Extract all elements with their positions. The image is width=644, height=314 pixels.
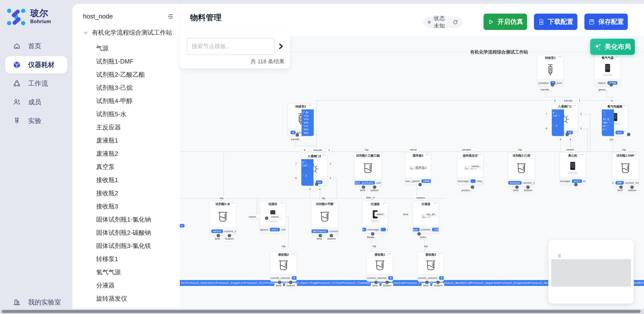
port-top[interactable]: top	[371, 244, 378, 249]
port-handle-icon[interactable]: ›	[425, 281, 428, 284]
node-bottle-1-dmf[interactable]: 试剂瓶1-DMF•••e:DMFcurrent_vol	[612, 153, 639, 186]
port-colum[interactable]: colum...	[247, 214, 260, 219]
node-menu-icon[interactable]: •••	[376, 153, 380, 156]
value-badge[interactable]: -	[381, 228, 386, 231]
port-7[interactable]: 7	[544, 112, 549, 116]
tree-item[interactable]: 固体试剂瓶3-氯化镁	[96, 239, 180, 252]
tree-item[interactable]: 试剂瓶2-乙酸乙酯	[96, 68, 180, 81]
port-handle-icon[interactable]: ›	[630, 185, 634, 189]
port-1[interactable]: 1	[577, 98, 582, 103]
port-8[interactable]: 8	[552, 98, 558, 103]
beautify-layout-button[interactable]: 美化布局	[590, 39, 635, 55]
port-2[interactable]: 2	[328, 161, 333, 166]
value-badge[interactable]: 0	[290, 131, 296, 134]
node-menu-icon[interactable]: •••	[530, 153, 533, 156]
value-badge[interactable]: null	[572, 179, 582, 183]
node-menu-icon[interactable]: •••	[308, 104, 312, 107]
port-handle-icon[interactable]: ›	[330, 234, 333, 237]
value-badge[interactable]: d	[180, 224, 184, 228]
port-separa[interactable]: separa...	[414, 195, 429, 200]
tree-item[interactable]: 旋转蒸发仪	[96, 292, 180, 305]
value-badge[interactable]: water	[211, 229, 223, 233]
node-bottle-2-ethyl-acetate[interactable]: 试剂瓶2-乙酸乙酯•••hyl_acetatecurre	[354, 153, 382, 186]
node-menu-icon[interactable]: •••	[280, 201, 284, 204]
value-badge[interactable]: hexane	[508, 181, 522, 185]
port-handle-icon[interactable]: ›	[574, 183, 578, 186]
value-badge[interactable]: nul	[616, 131, 624, 134]
port-handle-icon[interactable]: ›	[296, 133, 299, 137]
tree-item[interactable]: 废液瓶1	[96, 134, 180, 147]
port-handle-icon[interactable]: ›	[289, 281, 292, 284]
port-handle-icon[interactable]: ›	[371, 232, 374, 236]
port-transfe[interactable]: transfe.	[562, 98, 575, 103]
chevron-down-icon[interactable]	[83, 30, 88, 35]
port-out[interactable]: out	[608, 137, 615, 142]
node-valve-2[interactable]: 八通阀门2•••status:nup', ion': ' 2	[301, 153, 328, 186]
value-badge[interactable]: 250	[432, 228, 439, 231]
node-menu-icon[interactable]: •••	[558, 55, 562, 58]
node-transfer-pump-1[interactable]: 转移泵1•••position:0pum	[537, 55, 564, 87]
port-handle-icon[interactable]: ›	[418, 183, 422, 186]
node-stirrer-2[interactable]: 搅拌器2•••搅拌器2max_speed:2000	[405, 153, 431, 185]
tree-root-item[interactable]: 有机化学流程综合测试工作站	[83, 28, 172, 37]
value-badge[interactable]: null	[270, 228, 280, 231]
node-menu-icon[interactable]: •••	[616, 55, 619, 58]
port-handle-icon[interactable]: ›	[318, 234, 322, 237]
port-handle-icon[interactable]: ›	[515, 185, 519, 189]
scrollbar-thumb[interactable]	[2, 310, 640, 313]
sidebar-item-4[interactable]: 实验	[5, 112, 67, 130]
tree-item[interactable]: 固体试剂瓶2-碳酸钠	[96, 226, 180, 239]
node-bottle-4-methanol[interactable]: 试剂瓶4-甲醇•••methanolcurrent	[311, 201, 338, 235]
node-bottle-3-hexane[interactable]: 试剂瓶3-己烷•••hexanecurrent_v	[508, 153, 535, 186]
tree-item[interactable]: 氢气气源	[96, 266, 180, 279]
port-handle-icon[interactable]: ›	[374, 281, 378, 284]
port-top[interactable]: top	[280, 244, 287, 249]
node-menu-icon[interactable]: •••	[322, 154, 326, 157]
port-7[interactable]: 7	[294, 161, 298, 166]
port-handle-icon[interactable]: ›	[265, 216, 268, 220]
tree-item[interactable]: 分液器	[96, 279, 180, 292]
tree-item[interactable]: 接收瓶1	[96, 173, 180, 186]
refresh-icon[interactable]	[452, 19, 458, 25]
node-menu-icon[interactable]: •••	[426, 153, 429, 156]
value-badge[interactable]: own	[413, 228, 420, 231]
port-top[interactable]: top	[422, 244, 430, 249]
node-transfer-pump-2[interactable]: 转移泵2•••0pump_info:{'de 'vin 'sta 'pos 'c…	[288, 104, 314, 136]
tree-item[interactable]: 转移泵1	[96, 252, 180, 266]
port-5[interactable]: 5	[558, 137, 563, 142]
node-separator[interactable]: 分液器•••分ownvolume:250	[413, 201, 439, 233]
port-4[interactable]: 4	[568, 137, 573, 142]
node-menu-icon[interactable]: •••	[478, 153, 482, 156]
sidebar-item-1[interactable]: 仪器耗材	[5, 56, 67, 73]
port-3[interactable]: 3	[578, 126, 583, 131]
port-handle-icon[interactable]: ›	[566, 133, 569, 136]
node-h2-gas-source[interactable]: 氢气气源•••Devicestatus:OPEN	[594, 55, 621, 87]
port-top_ph[interactable]: top_ph...	[425, 212, 439, 217]
sidebar-item-2[interactable]: 工作流	[5, 75, 67, 92]
port-5[interactable]: 5	[308, 187, 312, 192]
port-1[interactable]: 1	[327, 148, 332, 153]
port-handle-icon[interactable]: ›	[228, 234, 231, 237]
tree-item[interactable]: 接收瓶3	[96, 200, 180, 213]
port-in[interactable]: in	[609, 98, 615, 103]
port-2[interactable]: 2	[578, 112, 583, 116]
node-menu-icon[interactable]: •••	[623, 104, 626, 107]
port-solven[interactable]: solven...	[470, 164, 483, 169]
port-handle-icon[interactable]: ›	[436, 281, 440, 284]
port-filter_in[interactable]: filter_in	[364, 195, 377, 200]
minimap-viewport[interactable]	[551, 259, 631, 287]
tree-item[interactable]: 主反应器	[96, 121, 180, 134]
tree-item[interactable]: 废液瓶2	[96, 147, 180, 160]
value-badge[interactable]: methanol	[312, 229, 328, 233]
port-transfe[interactable]: transfe.	[312, 148, 324, 153]
value-badge[interactable]: 0	[439, 276, 444, 280]
collapse-panel-icon[interactable]	[167, 13, 174, 19]
port-colum[interactable]: colum...	[270, 214, 283, 219]
tree-item[interactable]: 试剂瓶1-DMF	[96, 55, 180, 68]
node-menu-icon[interactable]: •••	[634, 153, 637, 156]
tree-item[interactable]: 真空泵	[96, 160, 180, 173]
value-badge[interactable]: 0	[292, 276, 296, 280]
port-transfe[interactable]: transfe...	[289, 137, 304, 142]
sidebar-item-my-lab[interactable]: 我的实验室	[0, 298, 85, 307]
port-top[interactable]: top	[320, 196, 327, 200]
